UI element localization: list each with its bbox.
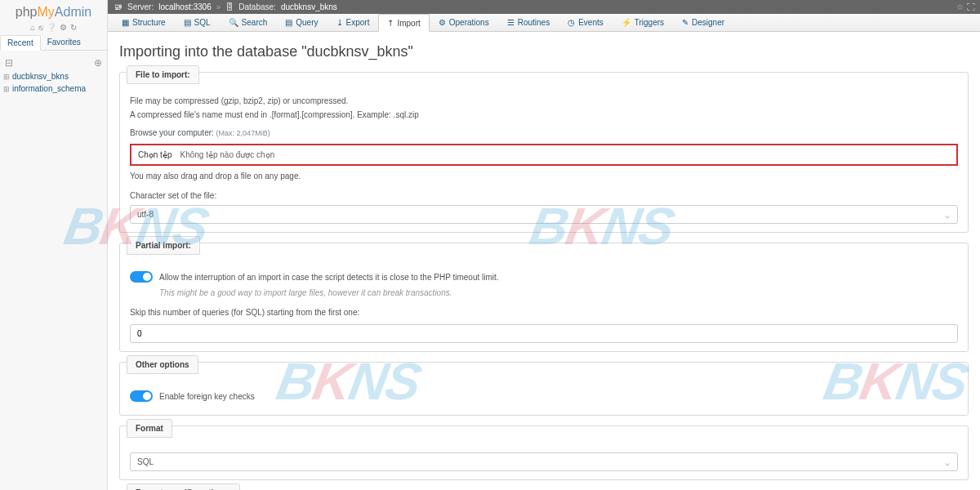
choose-file-button[interactable]: Chọn tệp	[138, 150, 172, 159]
db-label: Database:	[238, 2, 276, 11]
sidebar-toolbar: ⌂ ⎋ ❔ ⚙ ↻	[0, 21, 107, 35]
docs-icon[interactable]: ❔	[47, 23, 56, 32]
collapse-icon[interactable]: ⊟	[5, 57, 13, 69]
tab-label: Triggers	[635, 18, 664, 27]
logo[interactable]: phpMyAdmin	[0, 0, 107, 21]
tree-db1[interactable]: ⊞ ducbknsv_bkns	[3, 70, 104, 82]
tab-search[interactable]: 🔍Search	[220, 14, 277, 31]
file-import-legend: File to import:	[127, 65, 199, 84]
max-size: (Max: 2,047MiB)	[216, 129, 270, 137]
tab-label: Query	[296, 18, 318, 27]
query-icon: ▤	[285, 18, 292, 27]
main: 🖳 Server: localhost:3306 » 🗄 Database: d…	[108, 0, 980, 490]
skip-label: Skip this number of queries (for SQL) st…	[130, 307, 958, 318]
tab-label: SQL	[194, 18, 211, 27]
tab-label: Structure	[132, 18, 166, 27]
server-icon: 🖳	[114, 2, 122, 11]
sql-icon: ▤	[184, 18, 191, 27]
tab-operations[interactable]: ⚙Operations	[430, 14, 498, 31]
file-import-box: File to import: File may be compressed (…	[119, 72, 969, 233]
charset-select[interactable]: utf-8	[130, 205, 958, 224]
tree-db2[interactable]: ⊞ information_schema	[3, 82, 104, 95]
tab-routines[interactable]: ☰Routines	[498, 14, 559, 31]
tab-label: Import	[397, 19, 420, 28]
routines-icon: ☰	[507, 18, 514, 27]
plus-icon: ⊞	[3, 73, 10, 81]
designer-icon: ✎	[682, 18, 688, 27]
interrupt-hint: This might be a good way to import large…	[159, 287, 958, 299]
logo-php: php	[16, 5, 38, 19]
sidebar-tabs: Recent Favorites	[0, 35, 107, 51]
tab-label: Operations	[449, 18, 489, 27]
sep: »	[216, 2, 221, 11]
db-tree: ⊟ ⊕ ⊞ ducbknsv_bkns ⊞ information_schema	[0, 51, 107, 100]
server-label: Server:	[127, 2, 154, 11]
tab-query[interactable]: ▤Query	[276, 14, 327, 31]
other-options-box: Other options Enable foreign key checks	[119, 362, 969, 416]
breadcrumb: 🖳 Server: localhost:3306 » 🗄 Database: d…	[108, 0, 980, 14]
format-box: Format SQL	[119, 425, 969, 480]
fk-toggle[interactable]	[130, 390, 153, 402]
format-select[interactable]: SQL	[130, 452, 958, 471]
tab-designer[interactable]: ✎Designer	[673, 14, 733, 31]
search-icon: 🔍	[229, 18, 238, 27]
tab-recent[interactable]: Recent	[0, 35, 41, 51]
db-icon: 🗄	[225, 2, 234, 11]
operations-icon: ⚙	[439, 18, 446, 27]
tab-label: Routines	[518, 18, 550, 27]
home-icon[interactable]: ⌂	[30, 23, 35, 32]
compress-hint2: A compressed file's name must end in .[f…	[130, 109, 958, 121]
partial-import-box: Partial import: Allow the interruption o…	[119, 243, 969, 352]
fullscreen-icon[interactable]: ⛶	[967, 2, 975, 11]
partial-legend: Partial import:	[127, 236, 200, 255]
allow-interrupt-toggle[interactable]	[130, 271, 153, 283]
fk-label: Enable foreign key checks	[159, 392, 255, 401]
no-file-text: Không tệp nào được chọn	[180, 150, 274, 159]
browse-label: Browse your computer:	[130, 128, 214, 137]
page-title: Importing into the database "ducbknsv_bk…	[119, 43, 969, 60]
plus-icon: ⊞	[3, 85, 10, 93]
file-chooser[interactable]: Chọn tệp Không tệp nào được chọn	[130, 144, 958, 166]
nav-tabs: ▦Structure ▤SQL 🔍Search ▤Query ⤓Export ⤒…	[108, 14, 980, 32]
reload-icon[interactable]: ↻	[70, 23, 77, 32]
skip-input[interactable]	[130, 324, 958, 343]
sidebar: phpMyAdmin ⌂ ⎋ ❔ ⚙ ↻ Recent Favorites ⊟ …	[0, 0, 108, 490]
structure-icon: ▦	[122, 18, 129, 27]
other-legend: Other options	[127, 355, 198, 374]
db-name: information_schema	[12, 84, 86, 93]
specific-legend: Format-specific options:	[127, 483, 240, 490]
tab-label: Events	[578, 18, 604, 27]
tab-label: Search	[242, 18, 268, 27]
allow-interrupt-label: Allow the interruption of an import in c…	[159, 273, 499, 282]
triggers-icon: ⚡	[621, 18, 631, 27]
drag-hint: You may also drag and drop a file on any…	[130, 171, 958, 182]
tab-events[interactable]: ◷Events	[559, 14, 612, 31]
tab-structure[interactable]: ▦Structure	[113, 14, 175, 31]
export-icon: ⤓	[336, 18, 343, 27]
logo-my: My	[38, 5, 55, 19]
expand-icon[interactable]: ⊕	[94, 57, 102, 69]
tab-import[interactable]: ⤒Import	[378, 14, 429, 32]
settings-icon[interactable]: ⚙	[60, 23, 67, 32]
compress-hint1: File may be compressed (gzip, bzip2, zip…	[130, 96, 958, 107]
content: Importing into the database "ducbknsv_bk…	[108, 32, 980, 490]
tab-label: Designer	[692, 18, 724, 27]
server-link[interactable]: localhost:3306	[158, 2, 212, 11]
tab-triggers[interactable]: ⚡Triggers	[612, 14, 673, 31]
format-legend: Format	[127, 419, 172, 438]
charset-label: Character set of the file:	[130, 190, 958, 202]
tab-label: Export	[346, 18, 370, 27]
logo-admin: Admin	[55, 5, 91, 19]
tab-export[interactable]: ⤓Export	[327, 14, 379, 31]
tab-sql[interactable]: ▤SQL	[175, 14, 220, 31]
events-icon: ◷	[568, 18, 575, 27]
logout-icon[interactable]: ⎋	[38, 23, 43, 32]
star-icon[interactable]: ☆	[956, 2, 964, 11]
db-name: ducbknsv_bkns	[12, 72, 69, 81]
db-link[interactable]: ducbknsv_bkns	[281, 2, 337, 11]
import-icon: ⤒	[387, 19, 394, 28]
tab-favorites[interactable]: Favorites	[41, 35, 87, 50]
